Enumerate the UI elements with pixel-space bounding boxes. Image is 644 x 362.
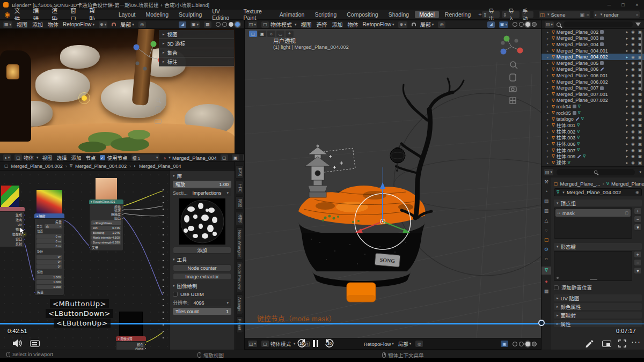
outliner-item-Merged_Plane_004.001[interactable]: ▸∇Merged_Plane_004.001▸◉▣: [541, 48, 644, 54]
retopoflow-menu[interactable]: RetopoFlow▾: [63, 21, 94, 27]
material-selector[interactable]: ◑▾Merged_Plane_004: [163, 155, 217, 161]
view-layer-selector[interactable]: ◐▾ render ×: [594, 11, 640, 18]
selectable-toggle-icon[interactable]: ▸: [626, 29, 628, 34]
hide-eye-icon[interactable]: ◉: [631, 55, 635, 60]
editor-type-icon[interactable]: ◫▾: [248, 341, 257, 347]
tools-panel-header[interactable]: ▾工具: [173, 256, 231, 263]
properties-tab-9[interactable]: ∇: [541, 267, 551, 275]
properties-tab-10[interactable]: ●: [541, 279, 551, 284]
node-menu-视图[interactable]: 视图: [42, 154, 53, 161]
breadcrumb-data[interactable]: Merged_Plane_...: [611, 181, 644, 187]
expand-arrow-icon[interactable]: ▸: [547, 161, 550, 165]
vertex-group-item[interactable]: ∷ mask ▢: [555, 209, 631, 217]
new-material-icon[interactable]: ▣: [232, 154, 239, 161]
field-Mask intensity[interactable]: Mask intensity4.500: [91, 235, 121, 240]
outliner-item-Merged_Plane_006[interactable]: ▸∇Merged_Plane_006▸◉▣: [541, 67, 644, 73]
light-object-gizmo[interactable]: [78, 92, 90, 104]
selectable-toggle-icon[interactable]: ▸: [626, 104, 628, 109]
value-field[interactable]: 0°: [36, 255, 62, 259]
socket-icon[interactable]: [23, 224, 25, 226]
outliner-item-Merged_Plane_007.002[interactable]: ▸∇Merged_Plane_007.002▸◉▣: [541, 98, 644, 104]
socket-icon[interactable]: [89, 247, 91, 249]
pause-button[interactable]: [313, 340, 318, 347]
value-field[interactable]: 0 m: [36, 239, 62, 243]
hide-eye-icon[interactable]: ◉: [631, 48, 635, 53]
outliner-item-柱体.003[interactable]: ▸∇柱体.003∇▸◉▣: [541, 135, 644, 141]
hide-eye-icon[interactable]: ◉: [631, 110, 635, 115]
node-menu-添加[interactable]: 添加: [71, 154, 82, 161]
volume-icon[interactable]: [12, 339, 23, 348]
selectable-toggle-icon[interactable]: ▸: [626, 67, 628, 72]
socket-icon[interactable]: [122, 217, 124, 219]
proportional-editing-icon[interactable]: ◎: [438, 21, 445, 28]
hide-eye-icon[interactable]: ◉: [631, 73, 635, 78]
transform-orientation-icon[interactable]: ⊕▾: [99, 21, 107, 28]
node-group[interactable]: ▾RoughGlass.001 颜色遮罩粗糙度凹凸◑RoughGlassDirt…: [89, 200, 123, 251]
new-workspace-button[interactable]: +: [478, 11, 481, 18]
editor-type-icon[interactable]: ▤▾: [544, 169, 553, 175]
viewport-menu-物体[interactable]: 物体: [348, 20, 358, 28]
expand-arrow-icon[interactable]: ▸: [547, 30, 550, 34]
outliner-item-Merged_Plane_006.002[interactable]: ▸∇Merged_Plane_006.002▸◉▣: [541, 79, 644, 85]
expand-arrow-icon[interactable]: ▸: [547, 92, 550, 96]
tiles-count-slider[interactable]: Tiles count1: [173, 308, 231, 315]
outliner-item-rock04[interactable]: ▸∇rock04∇▸◉▣: [541, 104, 644, 110]
expand-arrow-icon[interactable]: ▸: [547, 149, 550, 152]
outliner-item-柱体.007[interactable]: ▸∇柱体.007∇▸◉▣: [541, 147, 644, 153]
selectable-toggle-icon[interactable]: ▸: [626, 92, 628, 97]
solid-shading-icon[interactable]: [222, 22, 227, 27]
properties-tab-8[interactable]: ⁙: [541, 257, 551, 262]
lock-icon[interactable]: ▢: [625, 211, 628, 215]
socket-icon[interactable]: [122, 210, 124, 212]
selectable-toggle-icon[interactable]: ▸: [626, 135, 628, 140]
close-scene-icon[interactable]: ×: [586, 12, 589, 18]
manual-button[interactable]: 手动: [522, 11, 533, 18]
outliner-item-Merged_Plane_003[interactable]: ▸∇Merged_Plane_003▸◉▣: [541, 35, 644, 42]
outliner-item-rock05[interactable]: ▸∇rock05∇▸◉▣: [541, 110, 644, 116]
render-camera-icon[interactable]: ▣: [638, 148, 642, 153]
outliner-item-Merged_Plane_004.002[interactable]: ▸∇Merged_Plane_004.002▸◉▣: [541, 54, 644, 60]
workspace-tab-Rendering[interactable]: Rendering: [441, 11, 475, 18]
value-field[interactable]: 0 m: [36, 244, 62, 248]
overlays-icon[interactable]: ▣: [501, 341, 508, 347]
node-side-tab-Arrange[interactable]: Arrange: [236, 294, 243, 314]
use-udim-checkbox[interactable]: Use UDIM: [173, 291, 231, 297]
hide-eye-icon[interactable]: ◉: [631, 123, 635, 128]
danmaku-subtitle-icon[interactable]: [30, 340, 40, 347]
socket-icon[interactable]: [34, 291, 36, 293]
list-resize-handle[interactable]: [590, 279, 597, 280]
video-playhead[interactable]: [538, 320, 545, 326]
proportional-editing-icon[interactable]: ◎: [138, 21, 146, 28]
outliner-search-input[interactable]: [564, 21, 633, 27]
properties-tab-11[interactable]: ▦: [541, 289, 551, 294]
hide-eye-icon[interactable]: ◉: [631, 67, 635, 72]
skip-forward-30-button[interactable]: 30: [325, 338, 334, 348]
shader-type-selector[interactable]: ▢物体▾: [14, 154, 39, 161]
hide-eye-icon[interactable]: ◉: [631, 86, 635, 91]
annotate-icon[interactable]: ◢: [487, 21, 495, 28]
outliner-item-柱体.001[interactable]: ▸∇柱体.001∇▸◉▣: [541, 122, 644, 129]
editor-type-icon[interactable]: ▤▾: [545, 21, 554, 28]
expand-arrow-icon[interactable]: ▸: [547, 111, 550, 115]
selectable-toggle-icon[interactable]: ▸: [626, 36, 628, 41]
viewport-menu-选择[interactable]: 选择: [317, 20, 327, 28]
viewport-3d[interactable]: SONG: [244, 29, 541, 338]
hide-eye-icon[interactable]: ◉: [631, 98, 635, 103]
select-box-button[interactable]: ▣: [258, 31, 266, 37]
node-header[interactable]: ▾图像纹理: [116, 336, 146, 341]
node-side-tab-Node Preview[interactable]: Node Preview: [236, 262, 243, 292]
expand-arrow-icon[interactable]: ▸: [547, 130, 550, 134]
workspace-tab-Shading[interactable]: Shading: [384, 11, 414, 18]
tweak-tool-button[interactable]: ▢: [249, 31, 257, 37]
selectable-toggle-icon[interactable]: ▸: [626, 55, 628, 60]
expand-arrow-icon[interactable]: ▸: [547, 154, 550, 158]
editor-type-icon[interactable]: ◑▾: [3, 154, 11, 161]
snap-target[interactable]: 局部▾: [420, 20, 434, 28]
hide-eye-icon[interactable]: ◉: [631, 148, 635, 153]
video-timeline-remaining[interactable]: [542, 323, 644, 324]
mesh-name-field[interactable]: ∇▾ Merged_Plane_004.002 ◉: [554, 188, 642, 196]
search-icon[interactable]: [557, 23, 561, 27]
new-scene-icon[interactable]: ▣: [580, 12, 584, 18]
mode-selector[interactable]: ▢物体模式▾: [261, 340, 296, 348]
expand-arrow-icon[interactable]: ▸: [547, 42, 550, 46]
